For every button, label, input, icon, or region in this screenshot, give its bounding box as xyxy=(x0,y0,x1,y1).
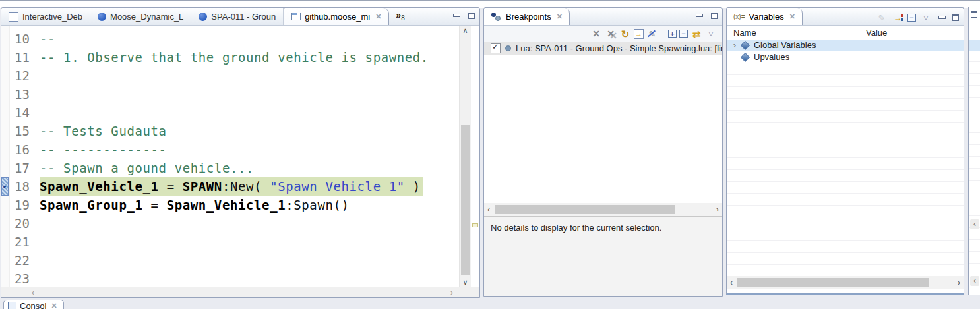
code-line-11[interactable]: -- 1. Observe that the ground vehicle is… xyxy=(40,48,459,67)
scrollbar-thumb[interactable] xyxy=(737,278,929,287)
code-area[interactable]: ---- 1. Observe that the ground vehicle … xyxy=(34,26,459,287)
code-line-18[interactable]: Spawn_Vehicle_1 = SPAWN:New( "Spawn Vehi… xyxy=(40,177,459,196)
refresh-breakpoints-icon[interactable]: ↻ xyxy=(619,28,631,39)
code-line-19[interactable]: Spawn_Group_1 = Spawn_Vehicle_1:Spawn() xyxy=(40,196,459,214)
collapse-all-icon[interactable]: − xyxy=(907,14,916,22)
breakpoint-checkbox[interactable] xyxy=(491,43,501,53)
column-header-value[interactable]: Value xyxy=(866,28,887,38)
variables-panel: (x)= Variables ✕ ✎→−▽ Name Value ›Global… xyxy=(726,7,964,295)
code-line-21[interactable] xyxy=(40,233,459,251)
scrollbar-thumb[interactable] xyxy=(461,125,470,275)
line-number[interactable]: 16 xyxy=(10,140,30,159)
scroll-right-icon[interactable]: › xyxy=(713,205,722,214)
skip-all-breakpoints-icon[interactable]: ✎ xyxy=(646,28,658,39)
code-line-10[interactable]: -- xyxy=(40,30,459,48)
editor-vertical-scrollbar[interactable]: ∧ ∨ xyxy=(459,26,471,287)
minimize-icon[interactable] xyxy=(696,13,703,19)
code-editor[interactable]: ▸ 1011121314151617181920212223 ---- 1. O… xyxy=(1,26,479,287)
line-number[interactable]: 23 xyxy=(10,269,30,287)
code-line-23[interactable] xyxy=(40,269,459,287)
annotation-ruler[interactable]: ▸ xyxy=(1,26,10,287)
lua-file-icon xyxy=(199,13,207,21)
overview-annotation-marker[interactable] xyxy=(472,223,478,227)
line-number[interactable]: 15 xyxy=(10,122,30,140)
tab-console[interactable]: Consol ✕ xyxy=(3,300,64,309)
tab-variables[interactable]: (x)= Variables ✕ xyxy=(727,8,803,25)
close-icon[interactable]: ✕ xyxy=(789,13,795,21)
partial-table-row xyxy=(969,133,980,145)
remove-all-breakpoints-icon[interactable]: ✕ xyxy=(605,28,617,39)
line-number[interactable]: 13 xyxy=(10,85,30,103)
minimize-icon[interactable] xyxy=(938,15,946,21)
breakpoints-horizontal-scrollbar[interactable]: ‹ › xyxy=(484,203,722,216)
code-line-20[interactable] xyxy=(40,214,459,233)
code-line-15[interactable]: -- Tests Gudauta xyxy=(40,122,459,140)
empty-table-row xyxy=(727,217,964,229)
line-number[interactable]: 21 xyxy=(10,233,30,251)
editor-tab-github-moose-mi[interactable]: github.moose_mi✕ xyxy=(284,8,389,25)
maximize-icon[interactable] xyxy=(711,13,718,19)
close-icon[interactable]: ✕ xyxy=(51,302,57,309)
line-number[interactable]: 22 xyxy=(10,251,30,269)
maximize-icon[interactable] xyxy=(971,11,977,18)
code-line-14[interactable] xyxy=(40,103,459,122)
scroll-right-icon[interactable]: › xyxy=(450,288,453,297)
maximize-icon[interactable] xyxy=(952,14,959,21)
line-number[interactable]: 12 xyxy=(10,67,30,85)
empty-table-row xyxy=(727,182,964,194)
line-number[interactable]: 14 xyxy=(10,103,30,122)
scroll-up-icon[interactable]: ∧ xyxy=(460,26,471,36)
editor-tab-moose-dynamic-l[interactable]: Moose_Dynamic_L xyxy=(90,8,191,25)
code-line-12[interactable] xyxy=(40,67,459,85)
editor-horizontal-scrollbar[interactable]: ‹ › xyxy=(1,287,479,297)
line-number-gutter[interactable]: 1011121314151617181920212223 xyxy=(10,26,34,287)
scroll-right-icon[interactable]: › xyxy=(954,278,964,287)
overview-ruler[interactable] xyxy=(471,26,479,287)
collapse-all-icon[interactable]: − xyxy=(679,30,688,38)
variables-row-global-variables[interactable]: ›Global Variables xyxy=(727,40,964,51)
line-number[interactable]: 18 xyxy=(10,177,30,196)
scroll-left-icon[interactable]: ‹ xyxy=(970,276,979,286)
remove-breakpoint-icon[interactable]: ✕ xyxy=(590,28,602,39)
scroll-left-icon[interactable]: ‹ xyxy=(727,278,736,287)
variable-name: Upvalues xyxy=(754,52,789,62)
show-logical-structure-icon[interactable]: → xyxy=(892,13,903,23)
line-number[interactable]: 17 xyxy=(10,159,30,177)
variables-tree[interactable]: ›Global VariablesUpvalues xyxy=(727,40,964,276)
partial-table-row xyxy=(969,252,980,264)
goto-file-for-breakpoint-icon[interactable]: → xyxy=(634,29,644,39)
line-number[interactable]: 10 xyxy=(10,30,30,48)
editor-tab-interactive-deb[interactable]: Interactive_Deb xyxy=(1,8,90,25)
view-menu-icon[interactable]: ▽ xyxy=(705,28,717,39)
editor-tab-spa-011-groun[interactable]: SPA-011 - Groun xyxy=(191,8,284,25)
line-number[interactable]: 19 xyxy=(10,196,30,214)
scrollbar-thumb[interactable] xyxy=(495,205,675,214)
code-line-13[interactable] xyxy=(40,85,459,103)
breakpoint-row[interactable]: Lua: SPA-011 - Ground Ops - Simple Spawn… xyxy=(484,42,722,55)
scroll-left-icon[interactable]: ‹ xyxy=(484,205,493,214)
expand-all-icon[interactable]: + xyxy=(668,30,677,38)
expander-chevron-icon[interactable]: › xyxy=(730,41,739,50)
code-line-17[interactable]: -- Spawn a gound vehicle... xyxy=(40,159,459,177)
scroll-left-icon[interactable]: ‹ xyxy=(970,219,979,229)
code-line-22[interactable] xyxy=(40,251,459,269)
code-line-16[interactable]: -- ------------- xyxy=(40,140,459,159)
link-with-debug-view-icon[interactable]: ⇄ xyxy=(690,28,702,39)
breakpoints-list[interactable]: Lua: SPA-011 - Ground Ops - Simple Spawn… xyxy=(484,42,722,203)
minimize-icon[interactable] xyxy=(453,13,460,19)
variables-row-upvalues[interactable]: Upvalues xyxy=(727,51,964,63)
scroll-down-icon[interactable]: ∨ xyxy=(460,277,471,287)
close-icon[interactable]: ✕ xyxy=(557,13,563,21)
maximize-icon[interactable] xyxy=(468,13,475,19)
variables-horizontal-scrollbar[interactable]: ‹ › xyxy=(727,276,964,289)
view-menu-icon[interactable]: ▽ xyxy=(920,13,932,23)
tab-breakpoints[interactable]: Breakpoints ✕ xyxy=(484,8,570,25)
line-number[interactable]: 11 xyxy=(10,48,30,67)
scroll-left-icon[interactable]: ‹ xyxy=(32,288,34,297)
column-header-name[interactable]: Name xyxy=(733,28,756,38)
line-number[interactable]: 20 xyxy=(10,214,30,233)
tab-overflow-chevron[interactable]: » 8 xyxy=(389,8,410,25)
code-line-text: Spawn_Group_1 = Spawn_Vehicle_1:Spawn() xyxy=(40,196,350,214)
close-icon[interactable]: ✕ xyxy=(375,13,381,21)
current-debug-line: Spawn_Vehicle_1 = SPAWN:New( "Spawn Vehi… xyxy=(40,177,423,196)
